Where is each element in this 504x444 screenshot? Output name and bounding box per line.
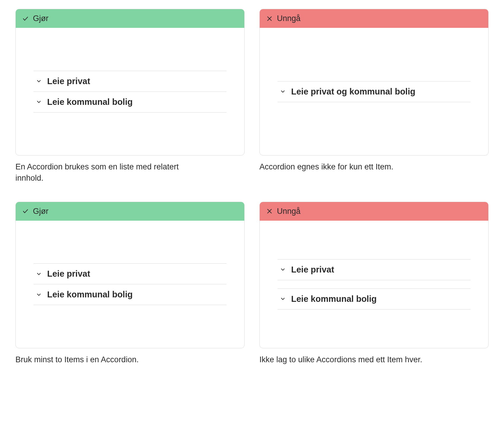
chevron-down-icon bbox=[36, 292, 42, 298]
chevron-down-icon bbox=[36, 78, 42, 84]
accordion-item-label: Leie privat bbox=[291, 265, 334, 275]
do-example: GjørLeie privatLeie kommunal boligEn Acc… bbox=[15, 9, 245, 184]
close-icon bbox=[266, 15, 273, 22]
accordion: Leie kommunal bolig bbox=[277, 288, 470, 310]
accordion-item-label: Leie kommunal bolig bbox=[47, 290, 133, 299]
accordion-item-label: Leie kommunal bolig bbox=[47, 97, 133, 107]
avoid-example: UnngåLeie privatLeie kommunal boligIkke … bbox=[259, 202, 489, 366]
chevron-down-icon bbox=[280, 296, 286, 302]
chevron-down-icon bbox=[36, 271, 42, 277]
accordion-item[interactable]: Leie privat bbox=[34, 71, 227, 92]
example-caption: Bruk minst to Items i en Accordion. bbox=[15, 354, 205, 366]
header-label: Gjør bbox=[33, 14, 48, 23]
accordion-item[interactable]: Leie kommunal bolig bbox=[277, 289, 470, 310]
accordion: Leie privatLeie kommunal bolig bbox=[34, 71, 227, 113]
chevron-down-icon bbox=[36, 99, 42, 105]
accordion-item[interactable]: Leie privat bbox=[277, 259, 470, 280]
accordion-item[interactable]: Leie privat og kommunal bolig bbox=[277, 81, 470, 102]
header-label: Unngå bbox=[277, 207, 301, 216]
chevron-down-icon bbox=[280, 267, 286, 273]
check-icon bbox=[22, 208, 29, 214]
example-caption: En Accordion brukes som en liste med rel… bbox=[15, 161, 205, 184]
example-card: GjørLeie privatLeie kommunal bolig bbox=[15, 9, 245, 156]
do-header: Gjør bbox=[16, 202, 244, 221]
card-body: Leie privat og kommunal bolig bbox=[260, 28, 488, 155]
example-card: UnngåLeie privat og kommunal bolig bbox=[259, 9, 489, 156]
accordion-item-label: Leie privat bbox=[47, 76, 90, 86]
accordion-item-label: Leie privat bbox=[47, 269, 90, 279]
card-body: Leie privatLeie kommunal bolig bbox=[16, 28, 244, 155]
accordion: Leie privat bbox=[277, 259, 470, 280]
accordion-item[interactable]: Leie privat bbox=[34, 264, 227, 284]
avoid-header: Unngå bbox=[260, 202, 488, 221]
accordion-item-label: Leie privat og kommunal bolig bbox=[291, 87, 415, 97]
accordion-item[interactable]: Leie kommunal bolig bbox=[34, 92, 227, 113]
example-card: UnngåLeie privatLeie kommunal bolig bbox=[259, 202, 489, 348]
example-caption: Accordion egnes ikke for kun ett Item. bbox=[259, 161, 449, 173]
accordion-item[interactable]: Leie kommunal bolig bbox=[34, 284, 227, 305]
example-card: GjørLeie privatLeie kommunal bolig bbox=[15, 202, 245, 348]
card-body: Leie privatLeie kommunal bolig bbox=[260, 221, 488, 348]
avoid-example: UnngåLeie privat og kommunal boligAccord… bbox=[259, 9, 489, 184]
card-body: Leie privatLeie kommunal bolig bbox=[16, 221, 244, 348]
accordion: Leie privatLeie kommunal bolig bbox=[34, 263, 227, 305]
chevron-down-icon bbox=[280, 89, 286, 94]
do-example: GjørLeie privatLeie kommunal boligBruk m… bbox=[15, 202, 245, 366]
close-icon bbox=[266, 208, 273, 214]
header-label: Unngå bbox=[277, 14, 301, 23]
check-icon bbox=[22, 15, 29, 22]
example-caption: Ikke lag to ulike Accordions med ett Ite… bbox=[259, 354, 449, 366]
avoid-header: Unngå bbox=[260, 9, 488, 28]
header-label: Gjør bbox=[33, 207, 48, 216]
do-header: Gjør bbox=[16, 9, 244, 28]
accordion: Leie privat og kommunal bolig bbox=[277, 81, 470, 102]
accordion-item-label: Leie kommunal bolig bbox=[291, 294, 377, 304]
